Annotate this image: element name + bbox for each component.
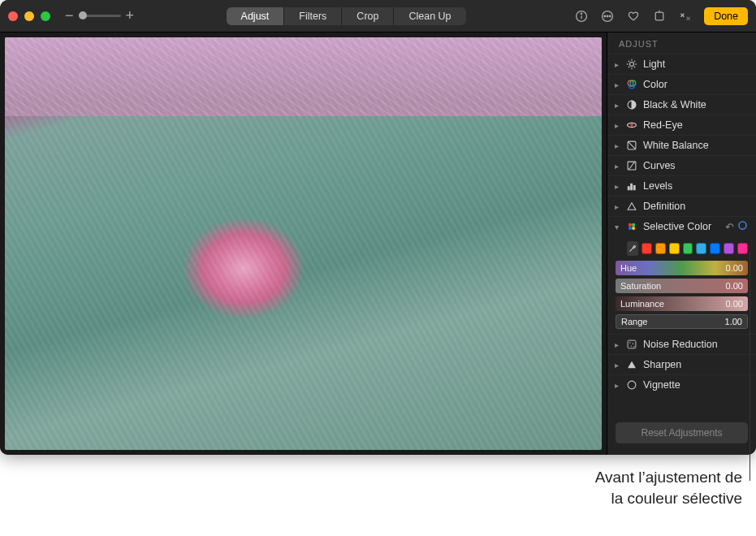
slider-value: 0.00: [726, 281, 743, 291]
slider-label: Saturation: [620, 281, 726, 291]
adj-wb[interactable]: ▸ White Balance: [607, 135, 756, 155]
svg-point-2: [581, 13, 581, 14]
saturation-slider[interactable]: Saturation0.00: [616, 279, 748, 293]
swatch-orange[interactable]: [655, 243, 666, 254]
chevron-right-icon: ▸: [612, 361, 620, 370]
svg-point-38: [628, 381, 636, 389]
tab-cleanup[interactable]: Clean Up: [394, 7, 465, 25]
favorite-icon[interactable]: [626, 9, 641, 24]
contrast-icon: [625, 98, 638, 111]
svg-line-16: [629, 67, 629, 67]
sidebar-title: ADJUST: [607, 32, 756, 54]
hue-slider[interactable]: Hue0.00: [616, 261, 748, 275]
svg-point-30: [629, 227, 632, 230]
zoom-in-icon[interactable]: +: [126, 7, 135, 24]
adj-color[interactable]: ▸ Color: [607, 74, 756, 94]
color-swatches: [607, 236, 756, 259]
adj-light[interactable]: ▸ Light: [607, 54, 756, 74]
window-controls: [8, 11, 50, 21]
adj-label: Definition: [643, 201, 748, 212]
tab-adjust[interactable]: Adjust: [227, 7, 285, 25]
sun-icon: [625, 58, 638, 71]
slider-label: Hue: [620, 263, 726, 273]
svg-point-36: [631, 345, 632, 346]
enable-toggle[interactable]: [737, 220, 748, 233]
done-button[interactable]: Done: [704, 7, 748, 25]
adj-selective-color[interactable]: ▾ Selective Color ↶: [607, 216, 756, 236]
adj-levels[interactable]: ▸ Levels: [607, 175, 756, 196]
adj-vignette[interactable]: ▸ Vignette: [607, 374, 756, 395]
edit-mode-tabs: Adjust Filters Crop Clean Up: [227, 7, 466, 25]
swatch-blue[interactable]: [710, 243, 720, 254]
swatch-teal[interactable]: [696, 243, 706, 254]
adj-definition[interactable]: ▸ Definition: [607, 196, 756, 216]
svg-point-35: [633, 344, 633, 344]
svg-point-28: [629, 223, 632, 227]
compare-icon[interactable]: [678, 9, 693, 24]
fullscreen-window-button[interactable]: [41, 11, 50, 21]
sharpen-icon: [625, 358, 638, 371]
swatch-magenta[interactable]: [737, 243, 748, 254]
zoom-control: − +: [65, 7, 134, 24]
reset-adjustments-button[interactable]: Reset Adjustments: [616, 422, 748, 443]
definition-icon: [625, 200, 638, 213]
zoom-slider-knob[interactable]: [79, 11, 87, 19]
eye-icon: [625, 119, 638, 132]
close-window-button[interactable]: [8, 11, 18, 21]
chevron-right-icon: ▸: [612, 121, 620, 130]
more-icon[interactable]: [600, 9, 615, 24]
color-rings-icon: [625, 78, 638, 91]
photo-preview: [5, 37, 602, 450]
adj-label: Levels: [643, 180, 748, 192]
adj-label: Noise Reduction: [643, 339, 748, 350]
adjust-sidebar: ADJUST ▸ Light ▸ Color ▸ Black & White ▸…: [607, 32, 756, 455]
svg-line-17: [634, 61, 635, 62]
svg-rect-33: [628, 340, 636, 348]
adj-redeye[interactable]: ▸ Red-Eye: [607, 115, 756, 135]
chevron-right-icon: ▸: [612, 101, 620, 110]
photos-edit-window: − + Adjust Filters Crop Clean Up: [0, 0, 756, 455]
slider-value: 0.00: [726, 299, 743, 309]
callout-line: [750, 252, 750, 481]
adj-noise[interactable]: ▸ Noise Reduction: [607, 334, 756, 354]
swatch-yellow[interactable]: [669, 243, 680, 254]
svg-rect-26: [631, 184, 633, 190]
svg-line-15: [634, 67, 635, 67]
selective-color-sliders: Hue0.00 Saturation0.00 Luminance0.00 Ran…: [607, 259, 756, 334]
adj-label: Red-Eye: [643, 119, 748, 131]
chevron-right-icon: ▸: [612, 60, 620, 69]
adj-curves[interactable]: ▸ Curves: [607, 155, 756, 175]
undo-icon[interactable]: ↶: [725, 221, 734, 233]
swatch-purple[interactable]: [724, 243, 734, 254]
adj-sharpen[interactable]: ▸ Sharpen: [607, 354, 756, 374]
chevron-right-icon: ▸: [612, 182, 620, 191]
minimize-window-button[interactable]: [24, 11, 34, 21]
svg-point-31: [632, 227, 635, 230]
chevron-right-icon: ▸: [612, 141, 620, 150]
extensions-icon[interactable]: [652, 9, 667, 24]
swatch-green[interactable]: [683, 243, 693, 254]
luminance-slider[interactable]: Luminance0.00: [616, 296, 748, 311]
adj-label: Color: [643, 79, 748, 90]
noise-icon: [625, 338, 638, 351]
adj-bw[interactable]: ▸ Black & White: [607, 94, 756, 115]
chevron-right-icon: ▸: [612, 202, 620, 211]
chevron-right-icon: ▸: [612, 80, 620, 89]
swatch-red[interactable]: [642, 243, 652, 254]
range-slider[interactable]: Range1.00: [616, 314, 748, 329]
svg-point-34: [629, 342, 630, 343]
adj-label: Light: [643, 58, 748, 70]
svg-point-6: [610, 15, 611, 17]
photo-canvas[interactable]: [0, 32, 607, 455]
adj-label: Vignette: [643, 379, 748, 391]
tab-filters[interactable]: Filters: [284, 7, 342, 25]
zoom-slider[interactable]: [79, 15, 121, 17]
svg-point-32: [739, 222, 746, 229]
eyedropper-button[interactable]: [627, 241, 638, 256]
zoom-out-icon[interactable]: −: [65, 7, 74, 24]
svg-point-29: [632, 223, 635, 227]
tab-crop[interactable]: Crop: [342, 7, 394, 25]
adj-label: Black & White: [643, 99, 748, 110]
info-icon[interactable]: [574, 9, 589, 24]
chevron-right-icon: ▸: [612, 340, 620, 349]
